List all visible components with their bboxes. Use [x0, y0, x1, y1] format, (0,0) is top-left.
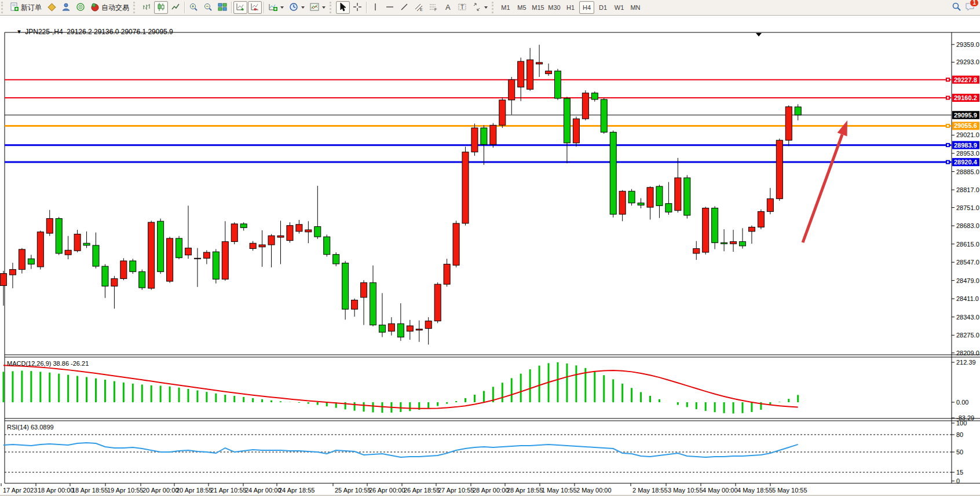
line-chart-icon: [171, 2, 180, 13]
candle-body: [1, 274, 7, 286]
chat-button[interactable]: 1: [965, 2, 975, 14]
candle-body: [656, 186, 663, 205]
templates-dropdown-arrow[interactable]: [322, 6, 326, 9]
zoom-out-button[interactable]: [201, 1, 215, 14]
templates-icon: [310, 2, 319, 13]
time-axis-label: 18 Apr 00:00: [38, 487, 74, 494]
candle-body: [111, 278, 118, 286]
equidistant-channel-tool-button[interactable]: E: [412, 1, 426, 14]
candle-body: [296, 225, 302, 232]
text-tool-button[interactable]: A: [441, 1, 455, 14]
candle-body: [222, 241, 228, 279]
candle-body: [65, 250, 71, 255]
time-axis-label: 17 Apr 2023: [3, 487, 37, 494]
svg-text:A: A: [445, 3, 451, 12]
timeframe-button-D1[interactable]: D1: [595, 1, 610, 14]
time-axis-label: 24 Apr 18:55: [279, 487, 315, 494]
new-order-button[interactable]: 新订单: [8, 1, 44, 14]
autotrade-button[interactable]: 自动交易: [88, 1, 131, 14]
candle-body: [703, 208, 709, 252]
candle-body: [324, 237, 330, 255]
time-axis-label: 2 May 18:55: [632, 487, 668, 494]
price-axis-label: 28817.0: [956, 186, 979, 193]
time-axis-label: 5 May 10:55: [772, 487, 807, 494]
candle-body: [712, 208, 718, 243]
periods-button[interactable]: [287, 1, 307, 14]
arrows-dropdown-arrow[interactable]: [484, 6, 488, 9]
chart-shift-icon: [250, 2, 259, 13]
text-label-tool-button[interactable]: T: [455, 1, 469, 14]
candle-body: [83, 243, 90, 245]
candlestick-chart-button[interactable]: [154, 1, 168, 14]
time-axis-label: 26 Apr 00:00: [369, 487, 405, 494]
toolbar-drag-handle[interactable]: [492, 2, 496, 13]
horizontal-line-tool-button[interactable]: [383, 1, 397, 14]
price-axis-label: 28209.0: [956, 350, 979, 357]
candle-body: [277, 236, 284, 237]
trendline-tool-button[interactable]: [397, 1, 411, 14]
fibonacci-tool-button[interactable]: F: [426, 1, 440, 14]
candle-body: [28, 259, 34, 264]
price-badge-label: 29227.8: [954, 76, 977, 83]
candle-body: [194, 258, 200, 259]
sonar-icon: [76, 2, 85, 13]
zoom-in-button[interactable]: [187, 1, 200, 14]
toolbar-drag-handle[interactable]: [133, 2, 138, 13]
svg-text:E: E: [420, 8, 423, 12]
candle-body: [305, 230, 312, 232]
crosshair-tool-button[interactable]: [350, 1, 364, 14]
price-axis-label: 28615.0: [956, 241, 979, 248]
timeframe-button-M15[interactable]: M15: [531, 1, 546, 14]
toolbar-drag-handle[interactable]: [330, 2, 334, 13]
autotrade-label: 自动交易: [101, 3, 129, 13]
svg-text:F: F: [434, 8, 437, 12]
candlestick-icon: [156, 2, 166, 13]
crosshair-icon: [353, 2, 362, 13]
gold-diamond-icon: [47, 2, 56, 13]
toolbar-drag-handle[interactable]: [1, 2, 6, 13]
price-axis-label: 28343.0: [956, 314, 979, 321]
candle-body: [582, 93, 588, 119]
indicators-button[interactable]: [266, 1, 286, 14]
timeframe-button-H4[interactable]: H4: [579, 1, 594, 14]
candle-body: [37, 232, 43, 267]
line-chart-button[interactable]: [169, 1, 182, 14]
chart-shift-button[interactable]: [248, 1, 262, 14]
vertical-line-tool-button[interactable]: [368, 1, 382, 14]
vertical-line-icon: [371, 2, 380, 13]
market-watch-button[interactable]: [45, 1, 58, 14]
arrows-tool-button[interactable]: [470, 1, 490, 14]
candle-body: [176, 238, 182, 258]
time-axis-label: 3 May 10:55: [668, 487, 703, 494]
candle-body: [352, 300, 358, 309]
rsi-axis-label: 100: [956, 420, 967, 427]
timeframe-button-M5[interactable]: M5: [514, 1, 529, 14]
candle-body: [19, 249, 25, 270]
periods-dropdown-arrow[interactable]: [301, 6, 305, 9]
timeframe-button-H1[interactable]: H1: [563, 1, 578, 14]
auto-scroll-button[interactable]: [233, 1, 247, 14]
timeframe-button-MN[interactable]: MN: [628, 1, 643, 14]
price-axis-label: 28683.0: [956, 222, 979, 229]
timeframe-button-W1[interactable]: W1: [612, 1, 627, 14]
timeframe-button-M1[interactable]: M1: [498, 1, 513, 14]
chart-canvas[interactable]: 29227.829160.229095.929055.628983.928920…: [0, 16, 980, 496]
candle-body: [444, 264, 450, 284]
candle-body: [213, 252, 219, 279]
profile-button[interactable]: [59, 1, 73, 14]
candle-body: [490, 125, 496, 144]
time-axis-label: 18 Apr 18:55: [72, 487, 108, 494]
indicators-dropdown-arrow[interactable]: [280, 6, 284, 9]
signal-button[interactable]: [74, 1, 87, 14]
templates-button[interactable]: [308, 1, 328, 14]
chart-window: 29227.829160.229095.929055.628983.928920…: [0, 16, 980, 496]
search-icon[interactable]: [952, 2, 961, 14]
chart-title-collapse-icon[interactable]: ▼: [17, 28, 23, 35]
tile-windows-button[interactable]: [215, 1, 229, 14]
timeframe-button-M30[interactable]: M30: [547, 1, 562, 14]
bar-chart-button[interactable]: [140, 1, 153, 14]
cursor-tool-button[interactable]: [336, 1, 350, 14]
candle-body: [139, 271, 145, 288]
price-badge-label: 28920.4: [954, 159, 978, 166]
rsi-axis-label: 80: [956, 431, 963, 438]
